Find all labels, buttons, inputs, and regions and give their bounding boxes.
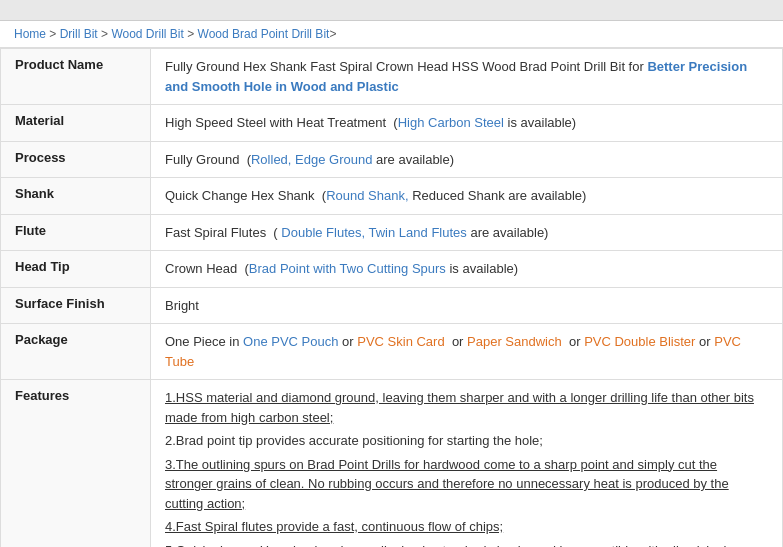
- row-value: Fully Ground (Rolled, Edge Ground are av…: [151, 141, 783, 178]
- table-row: ShankQuick Change Hex Shank (Round Shank…: [1, 178, 783, 215]
- page-header: [0, 0, 783, 21]
- table-row: Surface FinishBright: [1, 287, 783, 324]
- row-label: Product Name: [1, 49, 151, 105]
- table-row: FluteFast Spiral Flutes ( Double Flutes,…: [1, 214, 783, 251]
- table-row: ProcessFully Ground (Rolled, Edge Ground…: [1, 141, 783, 178]
- breadcrumb-wooddrillbit[interactable]: Wood Drill Bit: [111, 27, 183, 41]
- row-label: Features: [1, 380, 151, 548]
- row-value: Crown Head (Brad Point with Two Cutting …: [151, 251, 783, 288]
- row-value: Fully Ground Hex Shank Fast Spiral Crown…: [151, 49, 783, 105]
- table-row: PackageOne Piece in One PVC Pouch or PVC…: [1, 324, 783, 380]
- row-label: Surface Finish: [1, 287, 151, 324]
- row-label: Head Tip: [1, 251, 151, 288]
- row-value: One Piece in One PVC Pouch or PVC Skin C…: [151, 324, 783, 380]
- row-label: Shank: [1, 178, 151, 215]
- description-table: Product NameFully Ground Hex Shank Fast …: [0, 48, 783, 547]
- breadcrumb: Home > Drill Bit > Wood Drill Bit > Wood…: [0, 21, 783, 48]
- row-label: Flute: [1, 214, 151, 251]
- table-row: Product NameFully Ground Hex Shank Fast …: [1, 49, 783, 105]
- row-label: Material: [1, 105, 151, 142]
- row-value: Bright: [151, 287, 783, 324]
- breadcrumb-home[interactable]: Home: [14, 27, 46, 41]
- table-row: Head TipCrown Head (Brad Point with Two …: [1, 251, 783, 288]
- table-row: Features1.HSS material and diamond groun…: [1, 380, 783, 548]
- breadcrumb-drillbit[interactable]: Drill Bit: [60, 27, 98, 41]
- table-row: MaterialHigh Speed Steel with Heat Treat…: [1, 105, 783, 142]
- row-label: Package: [1, 324, 151, 380]
- row-value: High Speed Steel with Heat Treatment (Hi…: [151, 105, 783, 142]
- row-label: Process: [1, 141, 151, 178]
- row-value: Quick Change Hex Shank (Round Shank, Red…: [151, 178, 783, 215]
- row-value: 1.HSS material and diamond ground, leavi…: [151, 380, 783, 548]
- row-value: Fast Spiral Flutes ( Double Flutes, Twin…: [151, 214, 783, 251]
- breadcrumb-woodbradpoint[interactable]: Wood Brad Point Drill Bit: [198, 27, 330, 41]
